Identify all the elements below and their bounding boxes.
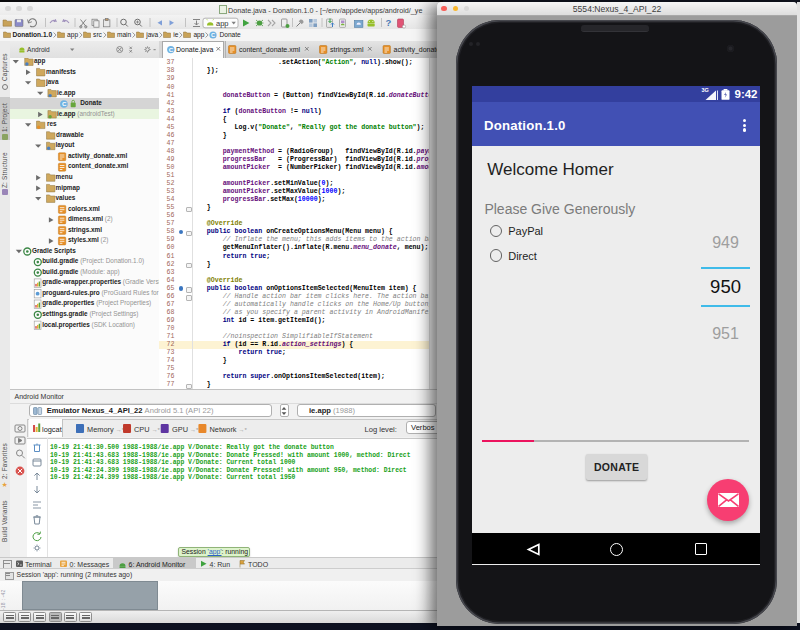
svg-text:app: app bbox=[216, 18, 229, 27]
svg-text:Terminal: Terminal bbox=[25, 560, 52, 567]
svg-text:Log level:: Log level: bbox=[364, 424, 396, 433]
svg-text:Network →*: Network →* bbox=[210, 424, 248, 433]
svg-text:C: C bbox=[62, 100, 67, 107]
svg-text:TODO: TODO bbox=[248, 560, 269, 567]
svg-text:Memory →*: Memory →* bbox=[87, 424, 125, 433]
svg-text:CPU →*: CPU →* bbox=[134, 424, 161, 433]
svg-text:logcat: logcat bbox=[42, 424, 62, 433]
svg-text:?: ? bbox=[386, 17, 392, 28]
svg-text:6: Android Monitor: 6: Android Monitor bbox=[129, 560, 186, 567]
svg-text:C: C bbox=[169, 46, 174, 53]
svg-text:Android: Android bbox=[27, 46, 50, 53]
svg-text:4: Run: 4: Run bbox=[210, 560, 231, 567]
svg-text:C: C bbox=[211, 32, 215, 38]
svg-text:GPU →*: GPU →* bbox=[172, 424, 199, 433]
svg-text:activity_donate: activity_donate bbox=[394, 46, 441, 54]
svg-text:Donate.java: Donate.java bbox=[176, 46, 213, 54]
svg-text:strings.xml: strings.xml bbox=[330, 46, 364, 54]
svg-text:content_donate.xml: content_donate.xml bbox=[239, 46, 301, 54]
